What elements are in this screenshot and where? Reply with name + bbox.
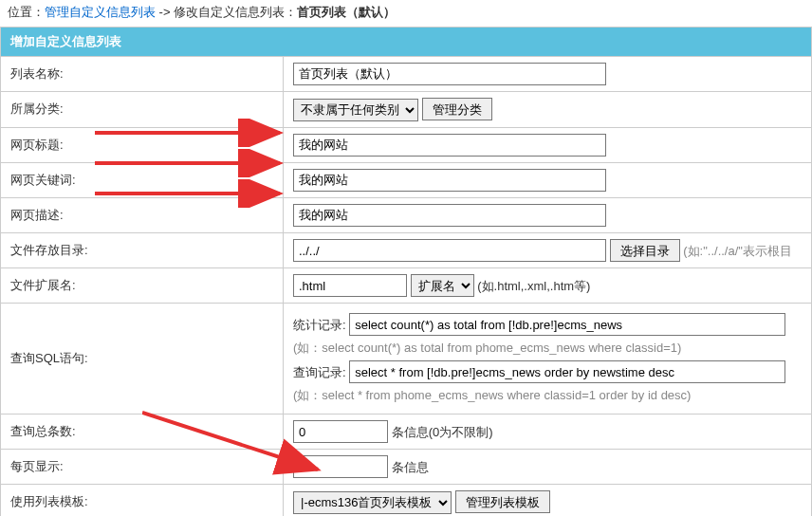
label-count-sql: 统计记录: — [293, 317, 346, 334]
label-page-desc: 网页描述: — [1, 197, 284, 232]
select-template[interactable]: |-ecms136首页列表模板 — [293, 491, 452, 514]
input-page-keywords[interactable] — [293, 169, 606, 192]
input-file-dir[interactable] — [293, 239, 606, 262]
label-file-dir: 文件存放目录: — [1, 232, 284, 268]
input-list-name[interactable] — [293, 63, 606, 85]
input-total-count[interactable] — [293, 420, 388, 443]
label-page-title: 网页标题: — [1, 127, 284, 162]
manage-template-button[interactable]: 管理列表模板 — [455, 490, 550, 513]
label-category: 所属分类: — [1, 92, 284, 128]
breadcrumb-link[interactable]: 管理自定义信息列表 — [45, 5, 156, 19]
manage-category-button[interactable]: 管理分类 — [422, 98, 492, 120]
label-per-page: 每页显示: — [1, 450, 284, 485]
breadcrumb-current: 首页列表（默认） — [297, 5, 396, 19]
breadcrumb-sep: -> — [156, 5, 174, 19]
input-page-title[interactable] — [293, 134, 606, 157]
suffix-per-page: 条信息 — [392, 460, 429, 474]
label-file-ext: 文件扩展名: — [1, 268, 284, 304]
hint-file-ext: (如.html,.xml,.htm等) — [477, 279, 590, 293]
hint-query-sql: (如：select * from phome_ecms_news where c… — [293, 387, 802, 404]
breadcrumb: 位置：管理自定义信息列表 -> 修改自定义信息列表：首页列表（默认） — [0, 0, 812, 27]
breadcrumb-action: 修改自定义信息列表： — [174, 5, 297, 19]
select-category[interactable]: 不隶属于任何类别 — [293, 99, 418, 121]
form-header: 增加自定义信息列表 — [1, 28, 812, 57]
breadcrumb-position: 位置： — [8, 5, 45, 19]
hint-count-sql: (如：select count(*) as total from phome_e… — [293, 340, 802, 357]
label-total-count: 查询总条数: — [1, 415, 284, 450]
input-per-page[interactable] — [293, 455, 388, 478]
label-list-name: 列表名称: — [1, 57, 284, 92]
suffix-total-count: 条信息(0为不限制) — [392, 425, 493, 439]
label-sql: 查询SQL语句: — [1, 304, 284, 415]
input-query-sql[interactable] — [349, 360, 785, 383]
input-page-desc[interactable] — [293, 204, 606, 227]
label-template: 使用列表模板: — [1, 485, 284, 517]
hint-file-dir: (如:"../../a/"表示根目 — [683, 244, 792, 258]
select-ext[interactable]: 扩展名 — [411, 274, 474, 297]
select-dir-button[interactable]: 选择目录 — [610, 239, 680, 262]
label-page-keywords: 网页关键词: — [1, 162, 284, 197]
input-count-sql[interactable] — [349, 313, 785, 336]
label-query-sql: 查询记录: — [293, 364, 346, 381]
input-file-ext[interactable] — [293, 274, 407, 297]
